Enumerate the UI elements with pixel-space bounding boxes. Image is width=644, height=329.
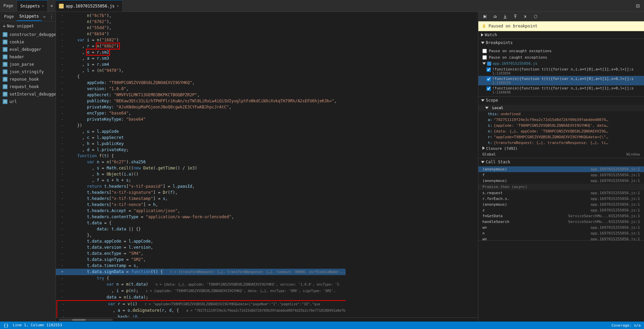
scope-entry-row[interactable]: t:{transformRequest: {…}, transformRespo… [478,140,644,146]
snippet-item[interactable]: JSheader [0,53,56,61]
scope-entry-row[interactable]: this:undefined [478,111,644,117]
scope-entry-row[interactable]: n:{data: {…}, appCode: 'T98HPCGN5ZVVQBS8… [478,128,644,134]
bp-check-2[interactable] [486,86,491,91]
scope-entry-row[interactable]: r:"appCode=T98HPCGN5ZVVQBS8LZQNOAEXVI9GY… [478,134,644,140]
bp-check-1[interactable] [486,77,491,81]
cs-fn-0: (anonymous) [482,167,507,171]
code-line: - t.data.encType = "SM4", [56,250,346,256]
callstack-row[interactable]: fapp.1697015255056.js:1 [478,172,644,178]
hscroll-track[interactable] [59,319,113,321]
callstack-row[interactable]: wnapp.1697015255056.js:1 [478,236,644,240]
callstack-row[interactable]: wnapp.1697015255056.js:1 [478,225,644,230]
code-line: - , l = (n("94f8"), [56,67,346,74]
step-over-btn[interactable] [491,13,499,20]
new-snippet-button[interactable]: + New snippet [0,21,56,31]
snippet-item[interactable]: JSeval_debugger [0,46,56,53]
bp-file-row[interactable]: app.1697015255056.js [478,61,644,66]
callstack-row[interactable]: (anonymous)app.1697015255056.js:1 [478,166,644,172]
callstack-row[interactable]: (anonymous)app.1697015255056.js:1 [478,178,644,184]
step-into-btn[interactable] [501,13,509,20]
debug-scroll-area[interactable]: ⏸ Paused on breakpoint Watch Breakpoints [478,21,644,322]
snippet-item[interactable]: JSconstructor_debugger [0,31,56,38]
callstack-row[interactable]: fnGetDataServiceSearchMo...015255056.js:… [478,213,644,219]
hscroll-thumb[interactable] [72,319,86,321]
snippet-item[interactable]: JSjson_stringify [0,68,56,76]
editor-icon: ⊞ [49,3,54,8]
scope-header[interactable]: Scope [478,97,644,104]
watch-header[interactable]: Watch [478,31,644,39]
scope-entry-row[interactable]: i:{appCode: 'T98HPCGN5ZVVQBS8LZQNOAEXVI9… [478,123,644,128]
cs-fn-7: z [482,208,485,212]
code-line: - var n = m(t.data) n = {data: {…}, appC… [56,281,346,288]
scope-entry-row[interactable]: a:"702751119f24e3cf9ea2c72d15d8d726f09b3… [478,117,644,123]
file-icon: JS [3,92,7,97]
cs-file-12: app.1697015255056.js:1 [590,237,640,240]
callstack-row[interactable]: r.forEach.s.app.1697015255056.js:1 [478,196,644,202]
step-btn[interactable] [522,13,529,20]
pause-caught-checkbox[interactable] [482,55,487,60]
page-tab-label: Page [3,3,13,8]
main-layout: Page Snippets » ⋮ + New snippet JSconstr… [0,12,644,322]
step-out-btn[interactable] [512,13,519,20]
snippet-item[interactable]: JScookie [0,38,56,46]
pause-uncaught-checkbox[interactable] [482,49,487,53]
scope-label: Scope [486,98,498,103]
code-line: - }) [56,122,346,128]
deactivate-btn[interactable] [532,13,539,20]
callstack-row[interactable]: handleSearchServiceSearchMo...015255056.… [478,219,644,225]
snippet-item[interactable]: JSurl [0,98,56,105]
snippet-name: json_stringify [9,69,44,74]
global-row[interactable]: Global Window [478,151,644,157]
code-line: - , r = n("68b2") [56,43,346,49]
callstack-label: Call Stack [486,160,510,164]
snippet-item[interactable]: JSrequest_hook [0,83,56,90]
bp-check-0[interactable] [486,67,491,72]
closure-label: Closure (7d92) [486,146,518,151]
bp-filename: app.1697015255056.js [493,61,537,66]
page-tab-small[interactable]: Page [1,12,17,21]
code-line: - , a = o.doSignature(r, d, { a = "70275… [57,307,346,314]
code-content[interactable]: - n("6c7b"), - n("6762"), - n("55dd"), -… [56,12,478,317]
snippets-tab-label: Snippets [20,4,40,8]
callstack-header[interactable]: Call Stack [478,158,644,166]
code-line: - publicKey: "BEKaw3Qtc31LG/hTPHFPlriKuA… [56,98,346,104]
code-line: - , h = l.publicKey [56,141,346,147]
cs-fn-1: f [482,173,485,177]
cs-file-0: app.1697015255056.js:1 [590,167,640,171]
cs-file-6: app.1697015255056.js:1 [590,202,640,207]
scope-val-4: "appCode=T98HPCGN5ZVVQBS8LZQNOAEXVI9GYHK… [494,135,609,139]
paused-banner: ⏸ Paused on breakpoint [478,21,644,31]
callstack-row[interactable]: zapp.1697015255056.js:1 [478,207,644,213]
kebab-menu-btn[interactable]: ⋮ [49,13,54,20]
snippets-tab[interactable]: Snippets » [17,0,48,12]
callstack-row[interactable]: s.requestapp.1697015255056.js:1 [478,190,644,196]
closure-row[interactable]: Closure (7d92) [478,146,644,151]
scope-collapse-icon [481,99,484,102]
code-line: - , s = Math.ceil((new Date).getTime() /… [56,165,346,171]
code-line: - n("6b54") [56,31,346,37]
bracket-icon: {} [3,323,9,328]
breakpoints-collapse-icon [481,42,484,44]
callstack-row[interactable]: napp.1697015255056.js:1 [478,230,644,236]
breakpoints-header[interactable]: Breakpoints [478,39,644,46]
snippet-item[interactable]: JSsetInterval_debugger [0,90,56,98]
cs-fn-9: handleSearch [482,220,509,224]
snippet-item[interactable]: JSjson_parse [0,61,56,68]
code-line: - appCode: "T98HPCGN5ZVVQBS8LZQNOAEXVI9G… [56,80,346,86]
page-tab-small-label: Page [4,14,14,19]
code-line: - t.data.signType = "SM2", [56,256,346,263]
panel-toggle-btn[interactable]: ⊟ [635,2,641,9]
close-tab-btn[interactable]: × [117,4,119,8]
code-line: - var i = n("1682") [56,37,346,43]
page-tab[interactable]: Page [0,0,17,12]
pause-uncaught-row: Pause on uncaught exceptions [478,48,644,54]
snippets-tab-small[interactable]: Snippets [17,12,42,21]
code-line: - , o = r.sm2 [56,49,346,55]
toolbar-right: ⊟ [635,2,644,9]
snippet-item[interactable]: JSreponse_hook [0,76,56,83]
horizontal-scrollbar[interactable] [56,317,478,322]
resume-btn[interactable] [481,13,489,20]
file-tab[interactable]: app.1697015255056.js × [56,0,123,12]
code-block: - n("6c7b"), - n("6762"), - n("55dd"), -… [56,12,346,317]
callstack-row[interactable]: (anonymous)app.1697015255056.js:1 [478,202,644,207]
